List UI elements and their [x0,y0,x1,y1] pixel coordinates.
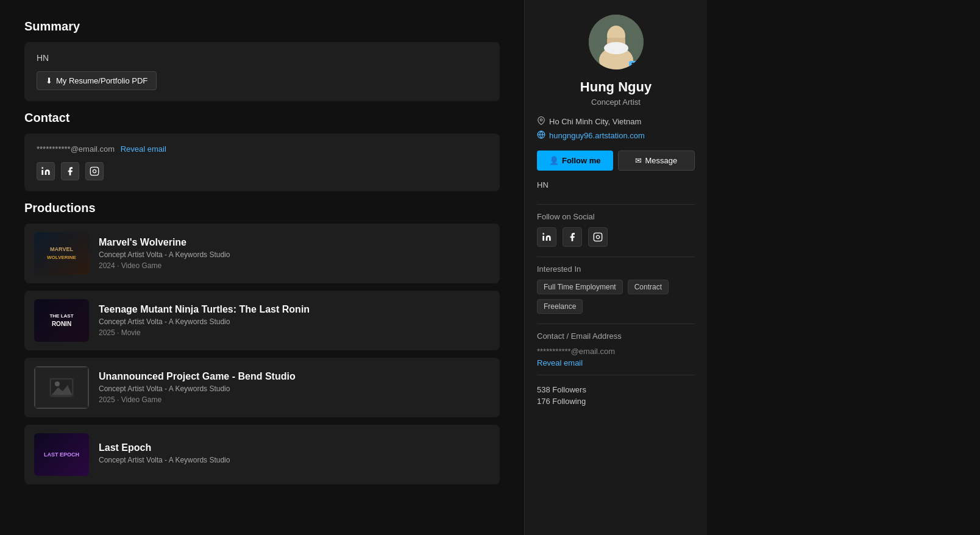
production-title-tmnt: Teenage Mutant Ninja Turtles: The Last R… [99,304,490,315]
production-thumb-tmnt: THE LAST RONIN [34,299,89,342]
avatar: PRO [589,15,644,69]
svg-rect-20 [594,233,602,241]
production-thumb-epoch: LAST EPOCH [34,433,89,476]
production-meta-tmnt: 2025 · Movie [99,328,490,337]
avatar-container: PRO [537,15,695,69]
production-role-bend: Concept Artist Volta - A Keywords Studio [99,384,490,393]
svg-point-1 [41,167,43,169]
production-info-tmnt: Teenage Mutant Ninja Turtles: The Last R… [99,304,490,337]
production-thumb-wolverine: MARVEL WOLVERINE [34,232,89,275]
reveal-email-button[interactable]: Reveal email [121,144,166,154]
production-info-wolverine: Marvel's Wolverine Concept Artist Volta … [99,237,490,270]
message-icon: ✉ [635,156,642,165]
production-title-epoch: Last Epoch [99,442,490,453]
profile-website[interactable]: hungnguy96.artstation.com [537,130,695,141]
production-title-wolverine: Marvel's Wolverine [99,237,490,248]
summary-initials: HN [37,53,488,63]
contact-social-icons [37,162,488,180]
production-bend[interactable]: Unannounced Project Game - Bend Studio C… [24,358,500,417]
production-wolverine[interactable]: MARVEL WOLVERINE Marvel's Wolverine Conc… [24,224,500,283]
production-role-tmnt: Concept Artist Volta - A Keywords Studio [99,317,490,326]
sidebar-instagram-icon[interactable] [588,227,608,247]
follow-social-title: Follow on Social [537,212,695,221]
divider-2 [537,257,695,257]
contact-title: Contact [24,111,500,125]
svg-rect-2 [90,167,98,175]
follow-button[interactable]: 👤 Follow me [537,151,613,171]
location-icon [537,116,545,127]
location-text: Ho Chi Minh City, Vietnam [549,117,641,126]
divider-1 [537,204,695,205]
interest-tags: Full Time Employment Contract Freelance [537,280,695,314]
sidebar-email-masked: ***********@email.com [537,347,695,356]
linkedin-icon[interactable] [37,162,55,180]
message-button[interactable]: ✉ Message [618,151,695,171]
sidebar: PRO Hung Nguy Concept Artist Ho Chi Minh… [524,0,707,535]
interest-contract: Contract [628,280,669,294]
contact-email-title: Contact / Email Address [537,331,695,341]
followers-count: 538 Followers [537,385,695,394]
profile-location: Ho Chi Minh City, Vietnam [537,116,695,127]
production-epoch[interactable]: LAST EPOCH Last Epoch Concept Artist Vol… [24,425,500,484]
production-meta-bend: 2025 · Video Game [99,395,490,404]
productions-title: Productions [24,201,500,215]
svg-point-6 [55,381,60,386]
contact-card: ***********@email.com Reveal email [24,133,500,191]
instagram-icon[interactable] [85,162,104,180]
production-info-epoch: Last Epoch Concept Artist Volta - A Keyw… [99,442,490,467]
sidebar-initials: HN [537,180,695,190]
pro-badge: PRO [629,61,644,68]
interested-in-title: Interested In [537,264,695,274]
production-thumb-bend [34,366,89,409]
summary-title: Summary [24,19,500,34]
production-role-wolverine: Concept Artist Volta - A Keywords Studio [99,250,490,259]
summary-card: HN ⬇ My Resume/Portfolio PDF [24,42,500,101]
download-icon: ⬇ [46,76,52,85]
resume-download-button[interactable]: ⬇ My Resume/Portfolio PDF [37,71,157,90]
production-meta-wolverine: 2024 · Video Game [99,261,490,270]
interest-freelance: Freelance [537,299,583,314]
production-tmnt[interactable]: THE LAST RONIN Teenage Mutant Ninja Turt… [24,291,500,350]
action-buttons: 👤 Follow me ✉ Message [537,151,695,171]
email-masked: ***********@email.com [37,144,115,154]
sidebar-linkedin-icon[interactable] [537,227,556,247]
svg-point-14 [604,42,628,54]
divider-3 [537,324,695,324]
divider-4 [537,375,695,375]
website-text: hungnguy96.artstation.com [549,131,645,140]
production-info-bend: Unannounced Project Game - Bend Studio C… [99,371,490,404]
globe-icon [537,130,545,141]
facebook-icon[interactable] [61,162,79,180]
sidebar-facebook-icon[interactable] [563,227,582,247]
following-count: 176 Following [537,397,695,406]
profile-name: Hung Nguy [537,79,695,95]
svg-point-19 [542,233,544,235]
profile-role: Concept Artist [537,97,695,107]
interest-full-time: Full Time Employment [537,280,623,294]
sidebar-reveal-email-button[interactable]: Reveal email [537,358,695,367]
svg-point-15 [540,119,542,121]
svg-rect-18 [542,236,544,241]
main-content: Summary HN ⬇ My Resume/Portfolio PDF Con… [0,0,524,535]
sidebar-social-icons [537,227,695,247]
contact-email-line: ***********@email.com Reveal email [37,144,488,154]
svg-marker-8 [51,395,73,396]
svg-rect-0 [41,170,43,175]
follow-icon: 👤 [549,156,559,165]
production-title-bend: Unannounced Project Game - Bend Studio [99,371,490,382]
production-role-epoch: Concept Artist Volta - A Keywords Studio [99,456,490,464]
